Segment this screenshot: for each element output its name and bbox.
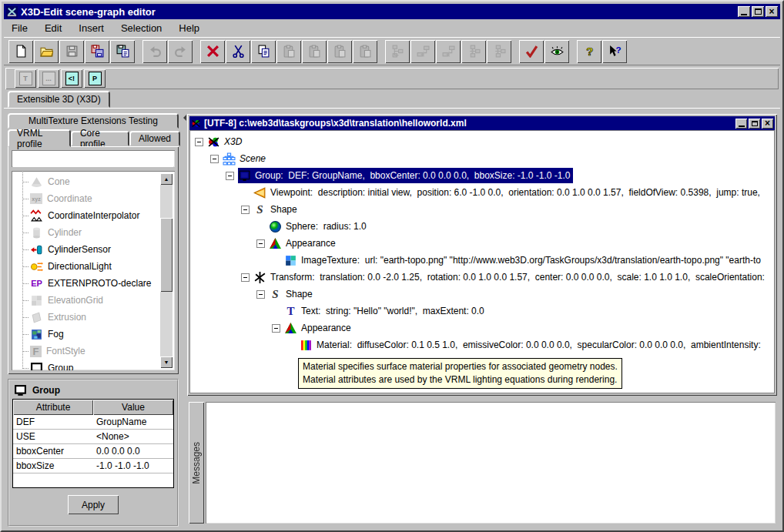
node-split-icon	[493, 45, 506, 58]
cylinder-icon	[30, 226, 43, 239]
context-help-button[interactable]	[602, 40, 627, 63]
cut-button[interactable]	[226, 40, 250, 63]
processing-instruction-button[interactable]: P	[84, 69, 106, 88]
tree-row-x3d[interactable]: X3D	[190, 133, 774, 150]
copy-button[interactable]	[251, 40, 276, 63]
appearance-icon	[284, 322, 297, 335]
maximize-button[interactable]	[752, 6, 764, 17]
frame-close-button[interactable]: ×	[762, 119, 773, 129]
tab-vrml-profile[interactable]: VRML profile	[8, 129, 71, 147]
menu-bar: File Edit Insert Selection Help	[4, 20, 780, 36]
minimize-button[interactable]	[738, 6, 750, 17]
apply-button[interactable]: Apply	[68, 495, 119, 514]
menu-insert[interactable]: Insert	[79, 22, 104, 34]
expander-icon[interactable]	[256, 239, 265, 248]
node-label: CoordinateInterpolator	[48, 210, 139, 221]
frame-minimize-button[interactable]	[735, 119, 747, 129]
column-header-attribute[interactable]: Attribute	[13, 400, 93, 415]
undo-icon	[149, 45, 162, 58]
cdata-section-icon: ...	[42, 72, 55, 85]
tree-row-sphere[interactable]: Sphere: radius: 1.0	[190, 218, 774, 235]
filter-field-frame	[12, 150, 175, 167]
tree-row-appearance2[interactable]: Appearance	[190, 320, 774, 336]
scroll-down-button[interactable]: ▼	[160, 356, 173, 368]
open-button[interactable]	[34, 40, 59, 63]
tree-row-material[interactable]: Material: diffuseColor: 0.1 0.5 1.0, emi…	[190, 336, 774, 353]
scrollbar-thumb[interactable]	[160, 218, 173, 292]
list-scrollbar[interactable]: ▲ ▼	[160, 173, 173, 368]
column-header-value[interactable]: Value	[93, 400, 173, 415]
expander-icon[interactable]	[256, 290, 265, 299]
frame-restore-button[interactable]	[749, 119, 760, 129]
viewpoint-icon	[253, 186, 266, 199]
cdata-section-button: ...	[38, 69, 59, 88]
validate-button[interactable]	[519, 40, 544, 63]
tab-extensible-3d[interactable]: Extensible 3D (X3D)	[8, 91, 110, 108]
menu-file[interactable]: File	[12, 22, 28, 34]
tree-row-shape[interactable]: SShape	[190, 201, 774, 218]
node-label: DirectionalLight	[48, 261, 112, 272]
scroll-up-button[interactable]: ▲	[160, 173, 173, 185]
document-toolbar: T ... <! P	[5, 68, 779, 89]
save-copy-button[interactable]	[110, 40, 135, 63]
tree-row-transform[interactable]: Transform: translation: 0.0 -2.0 1.25, r…	[190, 269, 774, 286]
expander-icon[interactable]	[241, 206, 250, 214]
list-item-fog[interactable]: Fog	[12, 326, 175, 343]
tree-node-label: Shape	[286, 289, 313, 299]
group-icon	[14, 384, 27, 397]
menu-selection[interactable]: Selection	[121, 22, 162, 34]
document-frame-titlebar: [UTF-8] c:\web3d\taskgroups\x3d\translat…	[189, 116, 775, 130]
tab-multitexture-extensions[interactable]: MultiTexture Extensions Testing	[8, 113, 179, 129]
font-style-icon: F	[30, 346, 42, 357]
preview-button[interactable]	[544, 40, 569, 63]
tree-row-text[interactable]: TText: string: "Hello" "world!", maxExte…	[190, 303, 774, 320]
list-item-cone: Cone	[12, 173, 175, 190]
messages-tab[interactable]: Messages	[189, 402, 204, 524]
list-item-coordinateinterpolator[interactable]: CoordinateInterpolator	[12, 207, 175, 224]
comment-button[interactable]: <!	[61, 69, 82, 88]
tree-row-appearance[interactable]: Appearance	[190, 235, 774, 252]
text-node-button: T	[15, 69, 36, 88]
menu-help[interactable]: Help	[179, 22, 199, 34]
tree-node-label: Shape	[270, 204, 297, 215]
attribute-value[interactable]: GroupName	[93, 415, 173, 429]
help-button[interactable]	[577, 40, 601, 63]
node-label: Extrusion	[48, 312, 86, 323]
list-item-externproto-declare[interactable]: EPEXTERNPROTO-declare	[12, 275, 175, 292]
text-icon: T	[284, 305, 297, 318]
selected-node[interactable]: Group: DEF: GroupName, bboxCenter: 0.0 0…	[238, 168, 573, 183]
expander-icon[interactable]	[272, 324, 280, 333]
expander-icon[interactable]	[241, 273, 250, 282]
tree-row-viewpoint[interactable]: Viewpoint: description: initial view, po…	[190, 184, 774, 201]
close-button[interactable]: ×	[766, 6, 778, 17]
tab-core-profile[interactable]: Core profile	[71, 131, 129, 146]
list-item-cylinder: Cylinder	[12, 224, 175, 241]
attribute-value[interactable]: <None>	[93, 430, 173, 443]
list-item-cylindersensor[interactable]: CylinderSensor	[12, 241, 175, 258]
node-filter-input[interactable]	[13, 152, 173, 167]
tree-row-group[interactable]: Group: DEF: GroupName, bboxCenter: 0.0 0…	[190, 167, 774, 184]
transform-icon	[253, 271, 266, 284]
tree-row-imagetexture[interactable]: ImageTexture: url: "earth-topo.png" "htt…	[190, 252, 774, 269]
attribute-value[interactable]: -1.0 -1.0 -1.0	[93, 459, 173, 473]
node-label: EXTERNPROTO-declare	[48, 278, 151, 289]
expander-icon[interactable]	[210, 155, 219, 163]
tree-node-label: Transform: translation: 0.0 -2.0 1.25, r…	[270, 272, 765, 283]
list-item-directionallight[interactable]: DirectionalLight	[12, 258, 175, 275]
expander-icon[interactable]	[195, 138, 203, 146]
new-button[interactable]	[8, 40, 33, 63]
node-list: Cone xyzCoordinate CoordinateInterpolato…	[12, 171, 175, 370]
tab-allowed[interactable]: Allowed	[129, 131, 180, 146]
list-item-group[interactable]: Group	[12, 360, 175, 370]
delete-button[interactable]	[200, 40, 225, 63]
processing-instruction-icon: P	[89, 72, 102, 85]
menu-edit[interactable]: Edit	[45, 22, 62, 34]
tree-row-shape2[interactable]: SShape	[190, 286, 774, 303]
attribute-value[interactable]: 0.0 0.0 0.0	[93, 444, 173, 458]
node-label: Coordinate	[47, 193, 92, 204]
expander-icon[interactable]	[226, 172, 234, 180]
tree-row-scene[interactable]: Scene	[190, 150, 774, 167]
x3d-icon	[207, 136, 220, 149]
save-all-button[interactable]	[85, 40, 109, 63]
tree-node-label: Sphere: radius: 1.0	[286, 221, 367, 232]
